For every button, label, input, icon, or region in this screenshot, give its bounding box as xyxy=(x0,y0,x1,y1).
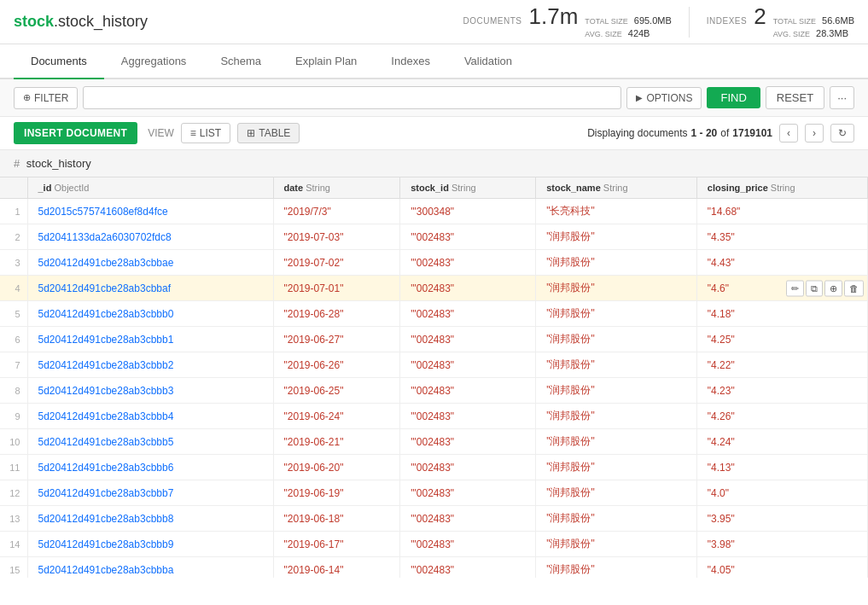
stock-name-header: stock_name String xyxy=(536,177,697,199)
row-id[interactable]: 5d20412d491cbe28ab3cbbb3 xyxy=(27,378,273,404)
row-id[interactable]: 5d20412d491cbe28ab3cbbb0 xyxy=(27,301,273,327)
stat-divider xyxy=(689,7,690,38)
row-stock-name: "长亮科技" xyxy=(536,199,697,224)
table-row: 1 5d2015c575741608ef8d4fce "2019/7/3" "'… xyxy=(0,199,868,224)
docs-count: 1.7m xyxy=(529,3,579,30)
refresh-button[interactable]: ↻ xyxy=(830,124,854,143)
id-link[interactable]: 5d20412d491cbe28ab3cbbb0 xyxy=(38,308,174,320)
row-stock-id: "'002483" xyxy=(400,327,536,352)
id-link[interactable]: 5d20412d491cbe28ab3cbbb6 xyxy=(38,462,174,474)
date-header: date String xyxy=(273,177,400,199)
row-stock-name: "润邦股份" xyxy=(536,480,697,506)
tab-validation[interactable]: Validation xyxy=(447,44,529,79)
prev-page-button[interactable]: ‹ xyxy=(779,124,798,143)
row-stock-name: "润邦股份" xyxy=(536,429,697,455)
list-icon: ≡ xyxy=(190,127,196,139)
filter-icon: ⊕ xyxy=(23,92,31,103)
row-stock-id: "'002483" xyxy=(400,532,536,557)
id-link[interactable]: 5d20412d491cbe28ab3cbbba xyxy=(38,564,174,576)
idx-total-size-label: TOTAL SIZE xyxy=(773,17,816,26)
tab-aggregations[interactable]: Aggregations xyxy=(104,44,204,79)
row-id[interactable]: 5d20412d491cbe28ab3cbbba xyxy=(27,557,273,579)
docs-stat-group: DOCUMENTS 1.7m TOTAL SIZE 695.0MB AVG. S… xyxy=(463,3,672,41)
id-link[interactable]: 5d20412d491cbe28ab3cbbb9 xyxy=(38,538,174,550)
options-button[interactable]: ▶ OPTIONS xyxy=(626,87,702,109)
table-row: 7 5d20412d491cbe28ab3cbbb2 "2019-06-26" … xyxy=(0,352,868,378)
table-row: 5 5d20412d491cbe28ab3cbbb0 "2019-06-28" … xyxy=(0,301,868,327)
id-link[interactable]: 5d2041133da2a6030702fdc8 xyxy=(38,231,172,243)
filter-input[interactable] xyxy=(83,86,621,109)
docs-avg-size-label: AVG. SIZE xyxy=(585,30,621,38)
row-id[interactable]: 5d20412d491cbe28ab3cbbb8 xyxy=(27,506,273,532)
filter-button[interactable]: ⊕ FILTER xyxy=(14,87,78,109)
row-date: "2019-06-20" xyxy=(273,455,400,480)
id-link[interactable]: 5d20412d491cbe28ab3cbbaf xyxy=(38,282,171,294)
docs-total-size-row: TOTAL SIZE 695.0MB xyxy=(585,15,671,27)
table-row: 11 5d20412d491cbe28ab3cbbb6 "2019-06-20"… xyxy=(0,455,868,480)
row-stock-id: "'002483" xyxy=(400,429,536,455)
clone-button[interactable]: ⊕ xyxy=(824,280,842,296)
row-date: "2019-06-21" xyxy=(273,429,400,455)
reset-button[interactable]: RESET xyxy=(766,86,824,109)
delete-button[interactable]: 🗑 xyxy=(844,280,864,296)
of-label: of xyxy=(720,127,729,139)
row-stock-id: "'002483" xyxy=(400,404,536,429)
tab-documents[interactable]: Documents xyxy=(14,44,104,79)
id-link[interactable]: 5d20412d491cbe28ab3cbbae xyxy=(38,257,174,269)
id-link[interactable]: 5d20412d491cbe28ab3cbbb4 xyxy=(38,410,174,422)
row-closing-price: "4.26" xyxy=(696,404,867,429)
row-id[interactable]: 5d20412d491cbe28ab3cbbb2 xyxy=(27,352,273,378)
row-number: 5 xyxy=(0,301,27,327)
pagination-text: Displaying documents xyxy=(587,127,687,139)
row-id[interactable]: 5d20412d491cbe28ab3cbbb1 xyxy=(27,327,273,352)
row-stock-name: "润邦股份" xyxy=(536,404,697,429)
more-options-button[interactable]: ··· xyxy=(830,86,854,109)
id-link[interactable]: 5d2015c575741608ef8d4fce xyxy=(38,206,168,218)
table-row: 2 5d2041133da2a6030702fdc8 "2019-07-03" … xyxy=(0,224,868,250)
row-date: "2019-06-27" xyxy=(273,327,400,352)
table-row: 12 5d20412d491cbe28ab3cbbb7 "2019-06-19"… xyxy=(0,480,868,506)
copy-button[interactable]: ⧉ xyxy=(806,280,823,296)
list-view-button[interactable]: ≡ LIST xyxy=(181,123,230,143)
row-id[interactable]: 5d20412d491cbe28ab3cbbb7 xyxy=(27,480,273,506)
header: stock.stock_history DOCUMENTS 1.7m TOTAL… xyxy=(0,0,868,44)
row-date: "2019-07-01" xyxy=(273,276,400,301)
pagination-info: Displaying documents 1 - 20 of 1719101 xyxy=(587,127,772,139)
collection-header: # stock_history xyxy=(0,150,868,177)
table-row: 13 5d20412d491cbe28ab3cbbb8 "2019-06-18"… xyxy=(0,506,868,532)
id-link[interactable]: 5d20412d491cbe28ab3cbbb8 xyxy=(38,513,174,525)
id-header: _id ObjectId xyxy=(27,177,273,199)
row-id[interactable]: 5d2041133da2a6030702fdc8 xyxy=(27,224,273,250)
row-closing-price: "4.18" xyxy=(696,301,867,327)
indexes-sizes: TOTAL SIZE 56.6MB AVG. SIZE 28.3MB xyxy=(773,15,854,41)
id-link[interactable]: 5d20412d491cbe28ab3cbbb5 xyxy=(38,436,174,448)
row-id[interactable]: 5d20412d491cbe28ab3cbbb6 xyxy=(27,455,273,480)
row-id[interactable]: 5d20412d491cbe28ab3cbbae xyxy=(27,250,273,276)
edit-button[interactable]: ✏ xyxy=(786,280,804,296)
idx-total-size-val: 56.6MB xyxy=(822,15,854,26)
row-number: 9 xyxy=(0,404,27,429)
row-stock-id: "'002483" xyxy=(400,378,536,404)
insert-document-button[interactable]: INSERT DOCUMENT xyxy=(14,122,137,144)
tab-indexes[interactable]: Indexes xyxy=(374,44,447,79)
row-id[interactable]: 5d2015c575741608ef8d4fce xyxy=(27,199,273,224)
row-id[interactable]: 5d20412d491cbe28ab3cbbb9 xyxy=(27,532,273,557)
id-link[interactable]: 5d20412d491cbe28ab3cbbb7 xyxy=(38,487,174,499)
row-id[interactable]: 5d20412d491cbe28ab3cbbb5 xyxy=(27,429,273,455)
row-date: "2019-06-14" xyxy=(273,557,400,579)
id-link[interactable]: 5d20412d491cbe28ab3cbbb2 xyxy=(38,359,174,371)
row-id[interactable]: 5d20412d491cbe28ab3cbbaf xyxy=(27,276,273,301)
row-stock-id: "'002483" xyxy=(400,455,536,480)
data-table: _id ObjectId date String stock_id String… xyxy=(0,177,868,578)
id-link[interactable]: 5d20412d491cbe28ab3cbbb3 xyxy=(38,385,174,397)
next-page-button[interactable]: › xyxy=(805,124,824,143)
docs-sizes: TOTAL SIZE 695.0MB AVG. SIZE 424B xyxy=(585,15,671,41)
table-view-button[interactable]: ⊞ TABLE xyxy=(237,123,300,143)
docs-avg-size-val: 424B xyxy=(628,28,650,38)
table-row: 15 5d20412d491cbe28ab3cbbba "2019-06-14"… xyxy=(0,557,868,579)
find-button[interactable]: FIND xyxy=(707,87,760,108)
tab-explain-plan[interactable]: Explain Plan xyxy=(278,44,374,79)
row-id[interactable]: 5d20412d491cbe28ab3cbbb4 xyxy=(27,404,273,429)
tab-schema[interactable]: Schema xyxy=(203,44,278,79)
id-link[interactable]: 5d20412d491cbe28ab3cbbb1 xyxy=(38,334,174,346)
